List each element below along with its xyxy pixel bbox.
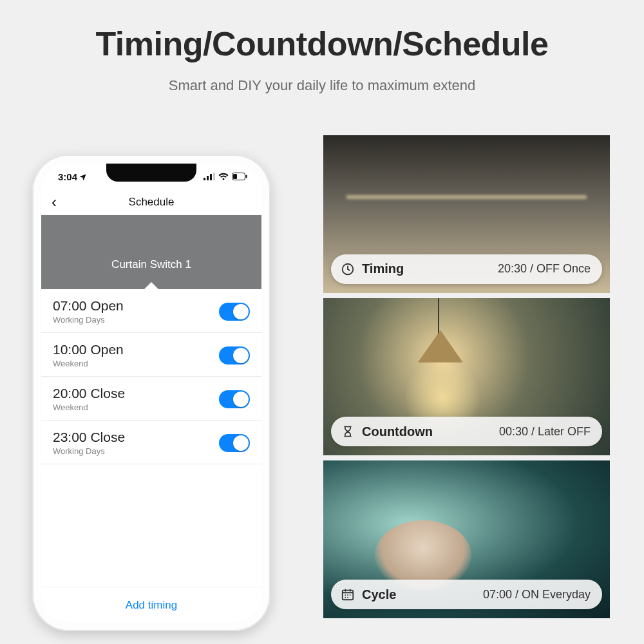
- device-header: Curtain Switch 1: [41, 215, 261, 289]
- schedule-row[interactable]: 20:00 Close Weekend: [41, 377, 261, 421]
- subheadline: Smart and DIY your daily life to maximum…: [0, 77, 644, 94]
- svg-point-13: [347, 597, 348, 598]
- schedule-list: 07:00 Open Working Days 10:00 Open Weeke…: [41, 289, 261, 464]
- tile-countdown: Countdown 00:30 / Later OFF: [323, 298, 610, 456]
- signal-icon: [204, 173, 215, 180]
- battery-icon: [232, 173, 247, 180]
- location-icon: [80, 173, 88, 180]
- tile-cycle: Cycle 07:00 / ON Everyday: [323, 460, 610, 618]
- tile-value: 00:30 / Later OFF: [499, 425, 591, 439]
- nav-title: Schedule: [129, 196, 175, 209]
- add-timing-button[interactable]: Add timing: [41, 587, 261, 612]
- svg-rect-3: [213, 173, 215, 180]
- tile-label: Timing: [362, 261, 404, 276]
- schedule-row[interactable]: 23:00 Close Working Days: [41, 421, 261, 464]
- device-name: Curtain Switch 1: [111, 258, 191, 271]
- phone-notch: [106, 164, 196, 182]
- tile-value: 07:00 / ON Everyday: [483, 588, 591, 601]
- nav-bar: ‹ Schedule: [41, 189, 261, 215]
- status-time: 3:04: [58, 171, 77, 182]
- back-button[interactable]: ‹: [52, 194, 57, 210]
- schedule-toggle[interactable]: [219, 390, 250, 408]
- schedule-toggle[interactable]: [219, 434, 250, 452]
- headline: Timing/Countdown/Schedule: [0, 24, 644, 63]
- phone-mockup: 3:04 ‹ Schedule Curtain Switch 1: [32, 155, 270, 631]
- clock-icon: [340, 262, 355, 276]
- svg-rect-6: [233, 174, 237, 179]
- tile-pill: Timing 20:30 / OFF Once: [331, 254, 602, 284]
- svg-point-10: [347, 594, 348, 596]
- hourglass-icon: [340, 424, 355, 439]
- tile-value: 20:30 / OFF Once: [498, 262, 591, 276]
- schedule-row[interactable]: 10:00 Open Weekend: [41, 333, 261, 377]
- tile-label: Countdown: [362, 424, 433, 439]
- schedule-toggle[interactable]: [219, 346, 250, 365]
- wifi-icon: [218, 173, 229, 180]
- tile-pill: Cycle 07:00 / ON Everyday: [331, 580, 602, 609]
- svg-rect-0: [204, 178, 205, 180]
- schedule-toggle[interactable]: [219, 303, 250, 321]
- svg-point-12: [345, 597, 346, 598]
- svg-rect-2: [210, 174, 212, 180]
- svg-point-9: [345, 594, 346, 596]
- tile-pill: Countdown 00:30 / Later OFF: [331, 417, 602, 446]
- svg-rect-5: [246, 175, 247, 178]
- tile-label: Cycle: [362, 587, 396, 602]
- schedule-row[interactable]: 07:00 Open Working Days: [41, 289, 261, 333]
- svg-point-11: [350, 594, 351, 596]
- tile-timing: Timing 20:30 / OFF Once: [323, 135, 610, 293]
- svg-rect-1: [207, 176, 209, 180]
- calendar-icon: [340, 587, 355, 601]
